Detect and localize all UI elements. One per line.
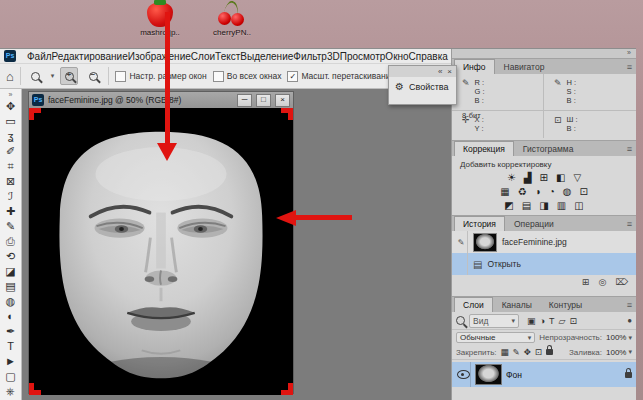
menu-item[interactable]: Справка bbox=[409, 51, 448, 62]
tab-history[interactable]: История bbox=[454, 216, 505, 231]
lock-artboard-icon[interactable]: ⊡ bbox=[535, 347, 542, 357]
home-icon[interactable]: ⌂ bbox=[6, 69, 14, 84]
adjustment-icon[interactable]: ◑ bbox=[535, 185, 541, 199]
lock-transparency-icon[interactable]: ▦ bbox=[501, 347, 509, 357]
type-tool-icon[interactable]: T bbox=[0, 339, 21, 354]
lock-position-icon[interactable]: ✥ bbox=[524, 347, 531, 357]
pen-tool-icon[interactable]: ✒ bbox=[0, 324, 21, 339]
menu-item[interactable]: 3D bbox=[327, 51, 340, 62]
collapse-icon[interactable]: » bbox=[627, 49, 631, 56]
layer-row-background[interactable]: Фон bbox=[452, 362, 636, 387]
adjustment-icon[interactable]: ◔ bbox=[549, 185, 555, 199]
close-button[interactable]: × bbox=[275, 94, 290, 107]
adjustment-icon[interactable]: ▟ bbox=[524, 171, 532, 185]
fill-dropdown[interactable]: 100% ▾ bbox=[606, 348, 632, 357]
adjustment-icon[interactable]: ▥ bbox=[557, 199, 566, 213]
menu-item[interactable]: Файл bbox=[27, 51, 52, 62]
frame-tool-icon[interactable]: ⊠ bbox=[0, 174, 21, 189]
brush-tool-icon[interactable]: ✎ bbox=[0, 219, 21, 234]
chevron-down-icon[interactable]: ▾ bbox=[51, 72, 55, 80]
adjustment-icon[interactable]: ⊡ bbox=[579, 185, 587, 199]
tab-histogram[interactable]: Гистограмма bbox=[515, 142, 582, 156]
blur-tool-icon[interactable]: ◍ bbox=[0, 294, 21, 309]
collapse-icon[interactable]: « bbox=[438, 67, 442, 76]
adjustment-icon[interactable]: ♻ bbox=[518, 185, 527, 199]
history-state-open[interactable]: ▤ Открыть bbox=[452, 253, 636, 275]
eraser-tool-icon[interactable]: ◪ bbox=[0, 264, 21, 279]
adjustment-icon[interactable]: ◧ bbox=[556, 171, 565, 185]
tab-channels[interactable]: Каналы bbox=[494, 298, 540, 312]
tab-adjustments[interactable]: Коррекция bbox=[454, 141, 514, 156]
adjustment-icon[interactable]: ☀ bbox=[507, 171, 516, 185]
tab-actions[interactable]: Операции bbox=[506, 217, 562, 231]
filter-toggle-icon[interactable]: ● bbox=[627, 316, 632, 325]
path-selection-tool-icon[interactable]: ► bbox=[0, 354, 21, 369]
panel-menu-icon[interactable]: ≡ bbox=[627, 62, 632, 72]
tab-layers[interactable]: Слои bbox=[454, 297, 493, 312]
menu-item[interactable]: Окно bbox=[385, 51, 408, 62]
clone-stamp-tool-icon[interactable]: ⎙ bbox=[0, 234, 21, 249]
menu-item[interactable]: Редактирование bbox=[52, 51, 128, 62]
tab-paths[interactable]: Контуры bbox=[541, 298, 590, 312]
new-document-from-state-icon[interactable]: ⊞ bbox=[582, 277, 590, 287]
properties-tab[interactable]: ⚙ Свойства bbox=[389, 77, 456, 96]
document-title-bar[interactable]: Ps faceFeminine.jpg @ 50% (RGB/8#) ─ □ × bbox=[29, 92, 293, 108]
eyedropper-tool-icon[interactable]: ℐ bbox=[0, 189, 21, 204]
healing-brush-tool-icon[interactable]: ✚ bbox=[0, 204, 21, 219]
blend-mode-dropdown[interactable]: Обычные ▾ bbox=[456, 332, 535, 343]
filter-adjustment-layers-icon[interactable]: ◑ bbox=[540, 316, 545, 326]
tab-info[interactable]: Инфо bbox=[454, 59, 495, 74]
collapse-icon[interactable]: » bbox=[9, 91, 13, 99]
zoom-all-windows-checkbox[interactable]: Во всех окнах bbox=[213, 71, 282, 82]
history-source-row[interactable]: ✎ faceFeminine.jpg bbox=[452, 231, 636, 253]
adjustment-icon[interactable]: ⊞ bbox=[540, 171, 548, 185]
panel-menu-icon[interactable]: ≡ bbox=[627, 144, 632, 154]
gradient-tool-icon[interactable]: ▤ bbox=[0, 279, 21, 294]
lock-image-icon[interactable]: ✎ bbox=[513, 347, 520, 357]
panel-menu-icon[interactable]: ≡ bbox=[627, 219, 632, 229]
adjustment-icon[interactable]: ◨ bbox=[539, 199, 548, 213]
shape-tool-icon[interactable]: ▢ bbox=[0, 369, 21, 384]
crop-tool-icon[interactable]: ⌗ bbox=[0, 159, 21, 174]
menu-item[interactable]: Выделение bbox=[240, 51, 293, 62]
menu-item[interactable]: Слои bbox=[191, 51, 215, 62]
new-snapshot-icon[interactable]: ◎ bbox=[598, 277, 606, 287]
lock-all-icon[interactable] bbox=[546, 349, 553, 355]
delete-state-icon[interactable]: ⌦ bbox=[615, 277, 628, 287]
tab-navigator[interactable]: Навигатор bbox=[496, 60, 553, 74]
menu-item[interactable]: Фильтр bbox=[293, 51, 327, 62]
opacity-dropdown[interactable]: 100% ▾ bbox=[606, 333, 632, 342]
resize-windows-checkbox[interactable]: Настр. размер окон bbox=[115, 71, 206, 82]
adjustment-icon[interactable]: ◍ bbox=[563, 185, 572, 199]
desktop-icon-cherry[interactable]: cherryPN.. bbox=[210, 2, 254, 37]
visibility-toggle[interactable] bbox=[456, 362, 471, 387]
marquee-tool-icon[interactable]: ▭ bbox=[0, 114, 21, 129]
menu-item[interactable]: Изображение bbox=[128, 51, 191, 62]
close-icon[interactable]: × bbox=[447, 67, 452, 76]
filter-type-layers-icon[interactable]: T bbox=[549, 316, 555, 326]
lasso-tool-icon[interactable]: ʓ bbox=[0, 129, 21, 144]
menu-item[interactable]: Текст bbox=[215, 51, 240, 62]
history-source-well[interactable] bbox=[455, 253, 468, 275]
adjustment-icon[interactable]: ▽ bbox=[573, 171, 581, 185]
filter-smart-objects-icon[interactable]: ⊡ bbox=[569, 316, 577, 326]
history-brush-source-icon[interactable]: ✎ bbox=[455, 231, 468, 253]
history-brush-tool-icon[interactable]: ⟲ bbox=[0, 249, 21, 264]
filter-pixel-layers-icon[interactable]: ▣ bbox=[527, 316, 536, 326]
minimize-button[interactable]: ─ bbox=[237, 94, 252, 107]
move-tool-icon[interactable]: ✥ bbox=[0, 99, 21, 114]
adjustment-icon[interactable]: ▤ bbox=[522, 199, 531, 213]
panel-menu-icon[interactable]: ≡ bbox=[627, 300, 632, 310]
maximize-button[interactable]: □ bbox=[256, 94, 271, 107]
adjustment-icon[interactable]: ◩ bbox=[504, 199, 513, 213]
filter-shape-layers-icon[interactable]: ▱ bbox=[558, 316, 565, 326]
hand-tool-icon[interactable]: ⎈ bbox=[0, 384, 21, 399]
zoom-tool-button[interactable] bbox=[27, 67, 45, 85]
filter-kind-dropdown[interactable]: Вид ▾ bbox=[469, 314, 519, 328]
desktop-icon-strawberry[interactable]: mashro.jp.. bbox=[138, 2, 182, 37]
menu-item[interactable]: Просмотр bbox=[340, 51, 386, 62]
adjustment-icon[interactable]: ▦ bbox=[500, 185, 509, 199]
adjustment-icon[interactable]: ◫ bbox=[574, 199, 583, 213]
zoom-out-button[interactable]: − bbox=[84, 67, 102, 85]
dodge-tool-icon[interactable]: ◐ bbox=[0, 309, 21, 324]
